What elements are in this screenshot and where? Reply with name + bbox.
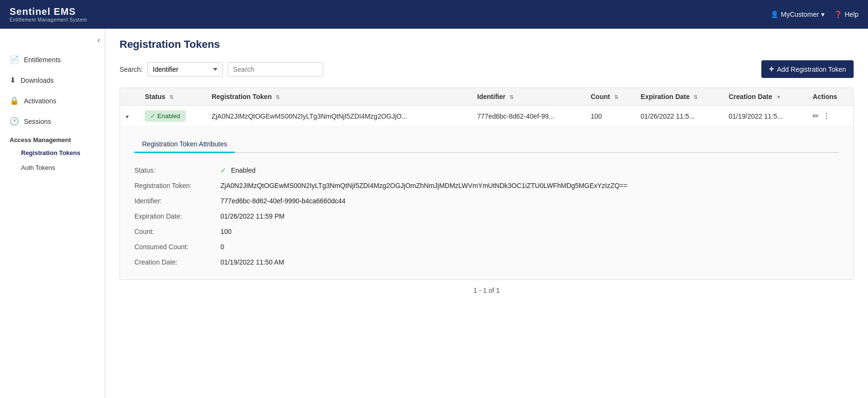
page-title: Registration Tokens xyxy=(120,38,854,51)
auth-tokens-label: Auth Tokens xyxy=(21,164,55,171)
tab-registration-token-attributes[interactable]: Registration Token Attributes xyxy=(134,136,235,153)
help-label: Help xyxy=(845,11,858,18)
add-registration-token-button[interactable]: + Add Registration Token xyxy=(761,60,854,78)
attr-label-count: Count: xyxy=(134,228,220,235)
row-actions-cell: ✏ ⋮ xyxy=(807,106,853,127)
attr-value-consumed-count: 0 xyxy=(220,243,839,251)
top-header: Sentinel EMS Entitlement Management Syst… xyxy=(0,0,868,29)
tab-bar: Registration Token Attributes xyxy=(134,136,839,153)
sidebar: ‹ 📄 Entitlements ⬇ Downloads 🔒 Activatio… xyxy=(0,29,105,398)
check-icon: ✓ xyxy=(150,112,155,120)
attr-label-expiration: Expiration Date: xyxy=(134,212,220,220)
sidebar-item-sessions[interactable]: 🕐 Sessions xyxy=(0,111,105,132)
sidebar-item-label: Sessions xyxy=(24,118,51,125)
row-token-cell: ZjA0N2JIMzQtOGEwMS00N2IyLTg3NmQtNjI5ZDI4… xyxy=(206,106,471,127)
app-title: Sentinel EMS xyxy=(10,6,87,17)
col-expand xyxy=(120,88,139,106)
plus-icon: + xyxy=(769,64,774,74)
sidebar-item-registration-tokens[interactable]: Registration Tokens xyxy=(0,145,105,160)
attr-value-expiration: 01/26/2022 11:59 PM xyxy=(220,212,839,220)
activations-icon: 🔒 xyxy=(10,96,19,105)
attr-value-identifier: 777ed6bc-8d62-40ef-9990-b4ca6660dc44 xyxy=(220,197,839,205)
content-area: Registration Tokens Search: Identifier S… xyxy=(105,29,868,398)
user-icon: 👤 xyxy=(770,11,779,18)
sidebar-collapse-button[interactable]: ‹ xyxy=(0,33,105,49)
identifier-sort-icon[interactable]: ⇅ xyxy=(509,94,514,100)
row-count-cell: 100 xyxy=(585,106,635,127)
sidebar-item-label: Activations xyxy=(24,97,56,105)
sidebar-item-activations[interactable]: 🔒 Activations xyxy=(0,90,105,111)
sidebar-item-auth-tokens[interactable]: Auth Tokens xyxy=(0,160,105,175)
attr-row-count: Count: 100 xyxy=(134,224,839,239)
attr-label-token: Registration Token: xyxy=(134,182,220,189)
col-creation-date: Creation Date ▼ xyxy=(723,88,807,106)
col-identifier: Identifier ⇅ xyxy=(472,88,585,106)
expanded-row: Registration Token Attributes Status: ✓ … xyxy=(120,127,853,280)
edit-icon[interactable]: ✏ xyxy=(813,111,819,121)
status-sort-icon[interactable]: ⇅ xyxy=(169,94,174,100)
downloads-icon: ⬇ xyxy=(10,76,16,85)
row-expand-button[interactable]: ▾ xyxy=(126,113,129,120)
header-right: 👤 MyCustomer ▾ ❓ Help xyxy=(770,11,858,18)
row-creation-cell: 01/19/2022 11:5... xyxy=(723,106,807,127)
sessions-icon: 🕐 xyxy=(10,117,19,126)
search-bar: Search: Identifier Status Registration T… xyxy=(120,60,854,78)
count-sort-icon[interactable]: ⇅ xyxy=(614,94,618,100)
col-expiration-date: Expiration Date ⇅ xyxy=(635,88,723,106)
registration-tokens-table: Status ⇅ Registration Token ⇅ Identifier… xyxy=(120,88,853,279)
app-subtitle: Entitlement Management System xyxy=(10,17,87,22)
attr-label-creation: Creation Date: xyxy=(134,258,220,266)
row-expiration-cell: 01/26/2022 11:5... xyxy=(635,106,723,127)
attr-value-token: ZjA0N2JIMzQtOGEwMS00N2IyLTg3NmQtNjI5ZDI4… xyxy=(220,182,839,189)
col-actions: Actions xyxy=(807,88,853,106)
attr-value-creation: 01/19/2022 11:50 AM xyxy=(220,258,839,266)
attr-value-status: ✓ Enabled xyxy=(220,166,839,174)
attr-label-consumed-count: Consumed Count: xyxy=(134,243,220,251)
attr-row-identifier: Identifier: 777ed6bc-8d62-40ef-9990-b4ca… xyxy=(134,193,839,209)
col-status: Status ⇅ xyxy=(139,88,206,106)
sidebar-item-label: Downloads xyxy=(21,77,54,84)
more-options-icon[interactable]: ⋮ xyxy=(823,111,830,121)
chevron-down-icon: ▾ xyxy=(821,11,824,18)
col-count: Count ⇅ xyxy=(585,88,635,106)
expiration-sort-icon[interactable]: ⇅ xyxy=(693,94,698,100)
status-check-icon: ✓ xyxy=(220,166,226,174)
attr-label-status: Status: xyxy=(134,166,220,174)
access-management-label: Access Management xyxy=(0,132,105,145)
pagination: 1 - 1 of 1 xyxy=(120,280,854,301)
table-row: ▾ ✓ Enabled ZjA0N2JIMzQtOGEwMS00N2IyLTg3… xyxy=(120,106,853,127)
table-header: Status ⇅ Registration Token ⇅ Identifier… xyxy=(120,88,853,106)
search-input[interactable] xyxy=(228,62,323,77)
token-sort-icon[interactable]: ⇅ xyxy=(275,94,280,100)
sidebar-item-downloads[interactable]: ⬇ Downloads xyxy=(0,70,105,90)
table-container: Status ⇅ Registration Token ⇅ Identifier… xyxy=(120,88,854,280)
expanded-cell: Registration Token Attributes Status: ✓ … xyxy=(120,127,853,280)
sidebar-item-entitlements[interactable]: 📄 Entitlements xyxy=(0,49,105,70)
pagination-label: 1 - 1 of 1 xyxy=(473,287,500,294)
col-registration-token: Registration Token ⇅ xyxy=(206,88,471,106)
user-menu[interactable]: 👤 MyCustomer ▾ xyxy=(770,11,824,18)
attr-value-count: 100 xyxy=(220,228,839,235)
registration-tokens-label: Registration Tokens xyxy=(21,149,80,156)
logo-area: Sentinel EMS Entitlement Management Syst… xyxy=(10,6,87,22)
add-token-label: Add Registration Token xyxy=(777,66,846,73)
row-status-cell: ✓ Enabled xyxy=(139,106,206,127)
row-expand-cell: ▾ xyxy=(120,106,139,127)
attr-row-creation: Creation Date: 01/19/2022 11:50 AM xyxy=(134,254,839,270)
status-badge: ✓ Enabled xyxy=(145,111,186,122)
creation-sort-icon[interactable]: ▼ xyxy=(776,94,781,100)
sidebar-item-label: Entitlements xyxy=(24,56,61,64)
status-value: Enabled xyxy=(157,112,180,120)
attr-row-expiration: Expiration Date: 01/26/2022 11:59 PM xyxy=(134,209,839,224)
help-button[interactable]: ❓ Help xyxy=(834,11,858,18)
attr-label-identifier: Identifier: xyxy=(134,197,220,205)
attr-row-consumed-count: Consumed Count: 0 xyxy=(134,239,839,254)
help-icon: ❓ xyxy=(834,11,842,18)
table-body: ▾ ✓ Enabled ZjA0N2JIMzQtOGEwMS00N2IyLTg3… xyxy=(120,106,853,280)
search-select[interactable]: Identifier Status Registration Token xyxy=(147,62,223,77)
tab-label: Registration Token Attributes xyxy=(142,140,227,148)
attributes-table: Status: ✓ Enabled Registration Token: xyxy=(134,163,839,270)
main-layout: ‹ 📄 Entitlements ⬇ Downloads 🔒 Activatio… xyxy=(0,29,868,398)
search-label: Search: xyxy=(120,66,143,73)
attr-row-token: Registration Token: ZjA0N2JIMzQtOGEwMS00… xyxy=(134,178,839,193)
